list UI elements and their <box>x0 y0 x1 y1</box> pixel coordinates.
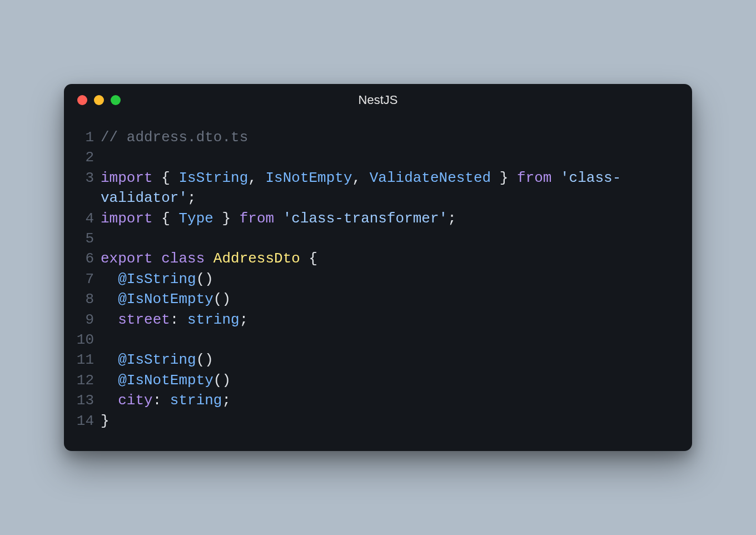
line-number: 13 <box>72 390 101 410</box>
code-token <box>551 170 560 186</box>
code-token: string <box>187 311 240 328</box>
code-line: 1// address.dto.ts <box>72 127 675 147</box>
code-token: () <box>213 372 231 389</box>
line-number: 7 <box>72 269 101 289</box>
code-window: NestJS 1// address.dto.ts2 3import { IsS… <box>64 84 692 451</box>
code-token: Type <box>178 210 213 227</box>
code-token: @ <box>101 351 127 368</box>
window-title: NestJS <box>359 93 398 107</box>
code-content: import { IsString, IsNotEmpty, ValidateN… <box>101 168 675 188</box>
code-editor[interactable]: 1// address.dto.ts2 3import { IsString, … <box>64 111 692 431</box>
code-line: 3import { IsString, IsNotEmpty, Validate… <box>72 168 675 188</box>
code-token <box>153 250 162 267</box>
code-token: street <box>118 311 170 328</box>
code-token: import <box>101 170 153 186</box>
code-token <box>101 392 118 409</box>
code-token: AddressDto <box>213 250 300 267</box>
code-token: IsString <box>178 170 248 186</box>
code-token: { <box>153 170 179 186</box>
line-number: 12 <box>72 370 101 390</box>
code-token: from <box>240 210 274 227</box>
code-token: ; <box>240 311 248 328</box>
code-content: street: string; <box>101 310 675 330</box>
line-number: 6 <box>72 249 101 269</box>
line-number: 8 <box>72 289 101 309</box>
code-token <box>205 250 213 267</box>
code-content <box>101 229 675 249</box>
code-token: ValidateNested <box>370 170 491 186</box>
code-token: string <box>170 392 222 409</box>
code-token: } <box>101 413 110 429</box>
code-token: ; <box>447 210 456 227</box>
code-line: 2 <box>72 147 675 167</box>
line-number: 5 <box>72 229 101 249</box>
line-number: 9 <box>72 310 101 330</box>
code-token: IsString <box>127 271 196 288</box>
code-token: () <box>213 291 231 308</box>
code-token: { <box>153 210 179 227</box>
code-content <box>101 147 675 167</box>
code-token: } <box>213 210 240 227</box>
code-content: city: string; <box>101 390 675 410</box>
line-number: 1 <box>72 127 101 147</box>
maximize-icon[interactable] <box>111 95 121 105</box>
code-content: @IsString() <box>101 350 675 370</box>
code-line: 4import { Type } from 'class-transformer… <box>72 209 675 229</box>
code-token: : <box>170 311 187 328</box>
code-content: @IsString() <box>101 269 675 289</box>
line-number: 11 <box>72 350 101 370</box>
code-line: 10 <box>72 330 675 350</box>
line-number: 4 <box>72 209 101 229</box>
code-token: IsString <box>127 351 196 368</box>
code-token: ; <box>187 190 196 206</box>
code-line: 9 street: string; <box>72 310 675 330</box>
code-token: () <box>196 351 213 368</box>
titlebar: NestJS <box>64 84 692 111</box>
code-token: import <box>101 210 153 227</box>
code-content <box>101 330 675 350</box>
code-token: from <box>517 170 551 186</box>
code-content: @IsNotEmpty() <box>101 289 675 309</box>
code-token <box>274 210 283 227</box>
code-token: // address.dto.ts <box>101 129 248 146</box>
code-token: } <box>491 170 517 186</box>
code-content: } <box>101 411 675 431</box>
code-token: , <box>352 170 370 186</box>
code-line-wrap: validator'; <box>72 188 675 208</box>
code-token: export <box>101 250 153 267</box>
code-token: IsNotEmpty <box>127 372 213 389</box>
code-token: { <box>300 250 317 267</box>
code-token: ; <box>222 392 231 409</box>
code-token: IsNotEmpty <box>127 291 213 308</box>
code-line: 11 @IsString() <box>72 350 675 370</box>
code-line: 14} <box>72 411 675 431</box>
code-token: , <box>248 170 265 186</box>
line-number: 10 <box>72 330 101 350</box>
minimize-icon[interactable] <box>94 95 104 105</box>
line-number: 14 <box>72 411 101 431</box>
code-content: @IsNotEmpty() <box>101 370 675 390</box>
code-line: 6export class AddressDto { <box>72 249 675 269</box>
code-token: IsNotEmpty <box>265 170 352 186</box>
code-line: 13 city: string; <box>72 390 675 410</box>
code-token: 'class-transformer' <box>283 210 447 227</box>
line-number: 2 <box>72 147 101 167</box>
code-token: () <box>196 271 213 288</box>
code-token: class <box>161 250 205 267</box>
code-content: import { Type } from 'class-transformer'… <box>101 209 675 229</box>
code-token: city <box>118 392 152 409</box>
code-content: // address.dto.ts <box>101 127 675 147</box>
code-token: @ <box>101 271 127 288</box>
close-icon[interactable] <box>77 95 87 105</box>
code-line: 8 @IsNotEmpty() <box>72 289 675 309</box>
code-token: : <box>153 392 170 409</box>
code-content: validator'; <box>72 188 675 208</box>
code-line: 12 @IsNotEmpty() <box>72 370 675 390</box>
code-token: @ <box>101 291 127 308</box>
code-line: 5 <box>72 229 675 249</box>
code-token: @ <box>101 372 127 389</box>
traffic-lights <box>77 95 121 105</box>
code-content: export class AddressDto { <box>101 249 675 269</box>
code-token: validator' <box>101 190 187 206</box>
line-number: 3 <box>72 168 101 188</box>
